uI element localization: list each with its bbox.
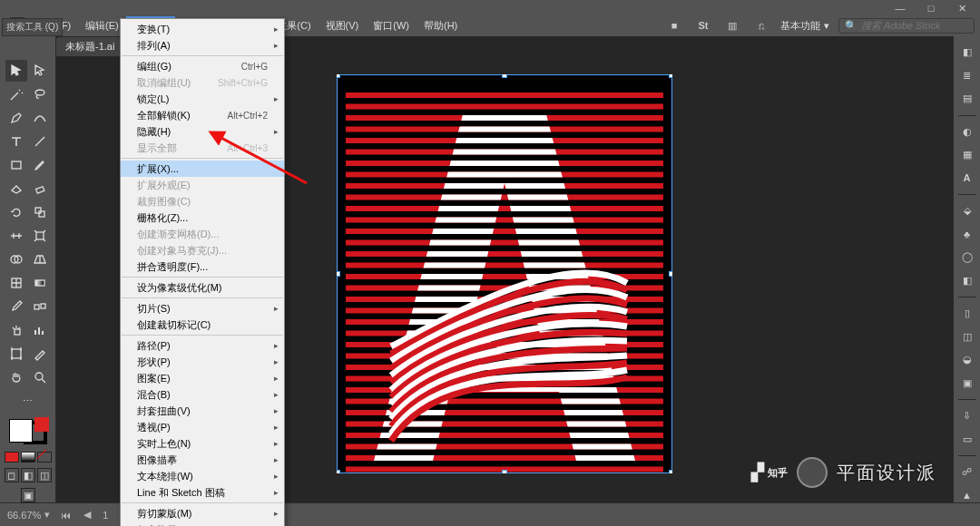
none-mode-swatch[interactable] [37,452,52,463]
menu-item-b[interactable]: 混合(B) [121,386,284,403]
menu-window[interactable]: 窗口(W) [366,16,416,34]
draw-behind-mode[interactable]: ◧ [21,468,35,482]
menu-edit[interactable]: 编辑(E) [78,16,126,34]
menu-item-a[interactable]: 排列(A) [121,37,284,54]
menu-item-m[interactable]: 设为像素级优化(M) [121,279,284,296]
gradient-tool[interactable] [29,272,51,294]
workspace-switcher[interactable]: 基本功能 ▾ [780,19,829,33]
libraries-panel-icon[interactable]: ▤ [957,92,977,106]
stock-search-input[interactable] [861,20,968,31]
selection-tool[interactable] [5,60,27,82]
color-panel-icon[interactable]: ◐ [957,124,977,139]
menu-item-[interactable]: 图像描摹 [121,452,284,468]
free-transform-tool[interactable] [29,225,51,247]
type-panel-icon[interactable]: A [957,171,977,186]
asset-export-panel-icon[interactable]: ⇩ [957,409,977,424]
gradient-mode-swatch[interactable] [21,452,35,463]
menu-item-s[interactable]: 切片(S) [121,300,284,317]
menu-view[interactable]: 视图(V) [318,16,367,34]
menu-item-linesketch[interactable]: Line 和 Sketch 图稿 [121,484,284,501]
menu-item-m[interactable]: 剪切蒙版(M) [121,505,284,521]
extra-icon[interactable]: ⎌ [751,16,771,34]
arrange-icon[interactable]: ▥ [722,16,742,34]
menu-item-w[interactable]: 文本绕排(W) [121,468,284,484]
shaper-tool[interactable] [5,178,27,200]
type-tool[interactable] [5,131,27,152]
menu-item-k[interactable]: 全部解锁(K)Alt+Ctrl+2 [121,107,284,123]
graphic-styles-panel-icon[interactable]: ▣ [957,376,977,391]
fill-stroke-control[interactable] [9,419,47,444]
color-mode-swatch[interactable] [5,452,19,463]
menu-item-p[interactable]: 透视(P) [121,419,284,435]
artwork-object[interactable] [337,74,672,473]
window-maximize-button[interactable]: □ [922,3,940,14]
menu-item-z[interactable]: 栅格化(Z)... [121,209,284,226]
artboard-prev-button[interactable]: ◀ [81,509,93,521]
pen-tool[interactable] [5,107,27,129]
symbol-sprayer-tool[interactable] [5,319,27,341]
shape-builder-tool[interactable] [5,248,27,270]
menu-item-p[interactable]: 路径(P) [121,337,284,354]
rotate-tool[interactable] [5,201,27,223]
slice-tool[interactable] [29,343,51,365]
menu-item-v[interactable]: 封套扭曲(V) [121,403,284,419]
menu-item-n[interactable]: 实时上色(N) [121,435,284,452]
draw-normal-mode[interactable]: ◻ [5,468,19,482]
symbols-panel-icon[interactable]: ♣ [957,227,977,241]
transform-panel-icon[interactable]: ◫ [957,329,977,344]
magic-wand-tool[interactable] [5,83,27,105]
doc-handle-icon[interactable]: ■ [664,16,684,34]
eraser-tool[interactable] [29,178,51,200]
eyedropper-tool[interactable] [5,296,27,317]
line-tool[interactable] [29,131,51,152]
stroke-panel-icon[interactable]: ◯ [957,250,977,265]
menu-item-t[interactable]: 变换(T) [121,21,284,37]
stock-search[interactable]: 🔍 [838,18,975,34]
mesh-tool[interactable] [5,272,27,294]
draw-inside-mode[interactable]: ◫ [37,468,52,482]
rectangle-tool[interactable] [5,154,27,176]
properties-panel-icon[interactable]: ◧ [957,45,977,60]
menu-item-c[interactable]: 创建裁切标记(C) [121,317,284,333]
menu-item-p[interactable]: 形状(P) [121,354,284,370]
appearance-panel-icon[interactable]: ◒ [957,353,977,367]
perspective-tool[interactable] [29,248,51,270]
window-minimize-button[interactable]: — [891,3,909,14]
brush-tool[interactable] [29,154,51,176]
menu-item-o[interactable]: 复合路径(O) [121,521,284,526]
menu-help[interactable]: 帮助(H) [416,16,465,34]
menu-item-l[interactable]: 锁定(L) [121,91,284,107]
blend-tool[interactable] [29,296,51,317]
brushes-panel-icon[interactable]: ⬙ [957,204,977,219]
menu-item-f[interactable]: 拼合透明度(F)... [121,258,284,275]
artboard-tool[interactable] [5,343,27,365]
style-toggle-icon[interactable]: St [693,16,713,34]
direct-selection-tool[interactable] [29,60,51,82]
artboards-panel-icon[interactable]: ▭ [957,432,977,446]
menu-item-h[interactable]: 隐藏(H) [121,123,284,140]
links-panel-icon[interactable]: ☍ [957,465,977,480]
menu-item-x[interactable]: 扩展(X)... [121,161,284,177]
zoom-control[interactable]: 66.67% ▾ [7,509,50,521]
hand-tool[interactable] [5,366,27,388]
zoom-tool[interactable] [29,366,51,388]
layers-panel-icon[interactable]: ≣ [957,69,977,83]
swatches-panel-icon[interactable]: ▦ [957,148,977,162]
screen-mode-button[interactable]: ▣ [21,488,35,502]
curvature-tool[interactable] [29,107,51,129]
actions-panel-icon[interactable]: ▲ [957,488,977,502]
toolbox-more[interactable]: ⋯ [17,390,39,412]
fill-swatch[interactable] [9,419,33,443]
artboard-index[interactable]: 1 [103,510,108,521]
lasso-tool[interactable] [29,83,51,105]
menu-item-g[interactable]: 编组(G)Ctrl+G [121,58,284,74]
gradient-panel-icon[interactable]: ◧ [957,274,977,288]
window-close-button[interactable]: ✕ [953,3,971,15]
width-tool[interactable] [5,225,27,247]
swap-fill-stroke-icon[interactable] [34,417,49,432]
scale-tool[interactable] [29,201,51,223]
column-graph-tool[interactable] [29,319,51,341]
artboard-first-button[interactable]: ⏮ [59,510,72,521]
menu-item-e[interactable]: 图案(E) [121,370,284,386]
object-menu-dropdown[interactable]: 变换(T)排列(A)编组(G)Ctrl+G取消编组(U)Shift+Ctrl+G… [120,18,285,526]
